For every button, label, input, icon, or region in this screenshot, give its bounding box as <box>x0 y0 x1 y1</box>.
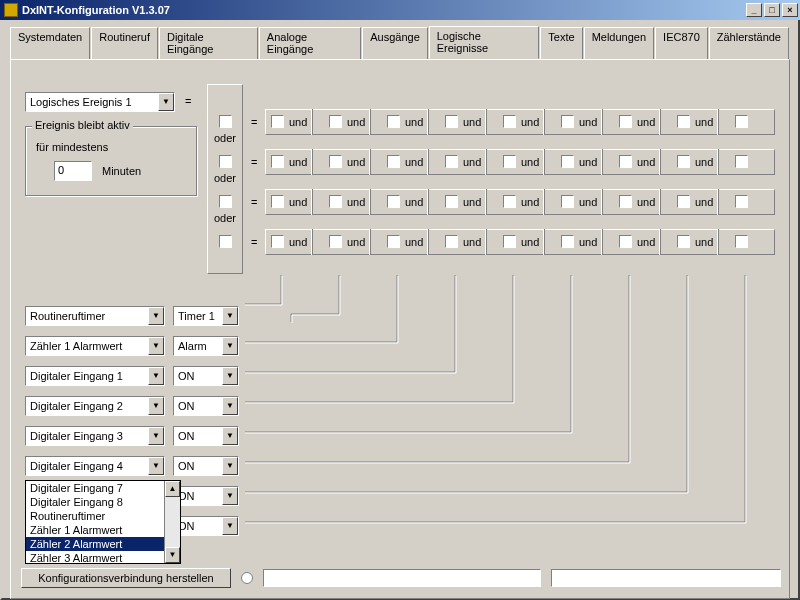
source-value-select[interactable]: ON▼ <box>173 396 239 416</box>
und-checkbox[interactable] <box>677 235 690 248</box>
scroll-down-icon[interactable]: ▼ <box>165 547 180 563</box>
tab-texte[interactable]: Texte <box>540 27 582 60</box>
und-label: und <box>637 236 655 248</box>
chevron-down-icon: ▼ <box>222 427 238 445</box>
close-button[interactable]: × <box>782 3 798 17</box>
source-type-select[interactable]: Digitaler Eingang 2▼ <box>25 396 165 416</box>
source-type-text: Zähler 1 Alarmwert <box>26 340 148 352</box>
und-checkbox[interactable] <box>503 195 516 208</box>
source-value-select[interactable]: Alarm▼ <box>173 336 239 356</box>
list-item-selected[interactable]: Zähler 2 Alarmwert <box>26 537 164 551</box>
und-checkbox[interactable] <box>329 195 342 208</box>
und-checkbox[interactable] <box>387 155 400 168</box>
und-label: und <box>695 116 713 128</box>
und-checkbox[interactable] <box>271 235 284 248</box>
persist-legend: Ereignis bleibt aktiv <box>32 119 133 131</box>
und-checkbox[interactable] <box>387 115 400 128</box>
source-value-text: ON <box>174 370 222 382</box>
source-value-select[interactable]: ON▼ <box>173 426 239 446</box>
connect-button[interactable]: Konfigurationsverbindung herstellen <box>21 568 231 588</box>
und-checkbox[interactable] <box>387 195 400 208</box>
persist-group: Ereignis bleibt aktiv für mindestens 0 M… <box>25 126 197 196</box>
equals-label: = <box>251 236 257 248</box>
oder-checkbox[interactable] <box>219 195 232 208</box>
und-checkbox[interactable] <box>329 155 342 168</box>
oder-checkbox[interactable] <box>219 115 232 128</box>
tab-analoge-eingaenge[interactable]: Analoge Eingänge <box>259 27 361 60</box>
scroll-track[interactable] <box>165 497 180 547</box>
oder-label: oder <box>211 132 239 144</box>
und-checkbox[interactable] <box>561 235 574 248</box>
oder-checkbox[interactable] <box>219 235 232 248</box>
und-checkbox[interactable] <box>735 155 748 168</box>
und-checkbox[interactable] <box>561 115 574 128</box>
list-item[interactable]: Zähler 3 Alarmwert <box>26 551 164 565</box>
scrollbar[interactable]: ▲ ▼ <box>164 481 180 563</box>
source-type-select[interactable]: Zähler 1 Alarmwert▼ <box>25 336 165 356</box>
und-checkbox[interactable] <box>271 115 284 128</box>
tab-routineruf[interactable]: Routineruf <box>91 27 158 60</box>
source-value-select[interactable]: ON▼ <box>173 486 239 506</box>
tab-ausgaenge[interactable]: Ausgänge <box>362 27 428 60</box>
window-title: DxINT-Konfiguration V1.3.07 <box>22 4 170 16</box>
minimize-button[interactable]: _ <box>746 3 762 17</box>
tab-zaehlerstaende[interactable]: Zählerstände <box>709 27 789 60</box>
und-checkbox[interactable] <box>329 115 342 128</box>
und-label: und <box>463 156 481 168</box>
und-checkbox[interactable] <box>561 195 574 208</box>
tab-systemdaten[interactable]: Systemdaten <box>10 27 90 60</box>
und-checkbox[interactable] <box>503 115 516 128</box>
und-label: und <box>521 236 539 248</box>
scroll-up-icon[interactable]: ▲ <box>165 481 180 497</box>
oder-checkbox[interactable] <box>219 155 232 168</box>
source-dropdown-list[interactable]: Digitaler Eingang 7 Digitaler Eingang 8 … <box>25 480 181 564</box>
tab-bar: Systemdaten Routineruf Digitale Eingänge… <box>2 20 798 59</box>
tab-meldungen[interactable]: Meldungen <box>584 27 654 60</box>
und-checkbox[interactable] <box>619 235 632 248</box>
und-checkbox[interactable] <box>619 155 632 168</box>
und-checkbox[interactable] <box>445 195 458 208</box>
und-label: und <box>463 116 481 128</box>
und-checkbox[interactable] <box>677 115 690 128</box>
und-checkbox[interactable] <box>619 195 632 208</box>
status-radio[interactable] <box>241 572 253 584</box>
und-checkbox[interactable] <box>677 155 690 168</box>
event-select-text: Logisches Ereignis 1 <box>26 96 158 108</box>
tab-digitale-eingaenge[interactable]: Digitale Eingänge <box>159 27 258 60</box>
und-checkbox[interactable] <box>735 115 748 128</box>
source-type-select[interactable]: Digitaler Eingang 4▼ <box>25 456 165 476</box>
source-type-select[interactable]: Digitaler Eingang 3▼ <box>25 426 165 446</box>
und-checkbox[interactable] <box>445 115 458 128</box>
und-checkbox[interactable] <box>619 115 632 128</box>
und-checkbox[interactable] <box>503 155 516 168</box>
list-item[interactable]: Routineruftimer <box>26 509 164 523</box>
persist-value-input[interactable]: 0 <box>54 161 92 181</box>
list-item[interactable]: Digitaler Eingang 8 <box>26 495 164 509</box>
source-type-text: Digitaler Eingang 4 <box>26 460 148 472</box>
maximize-button[interactable]: □ <box>764 3 780 17</box>
und-checkbox[interactable] <box>271 195 284 208</box>
und-checkbox[interactable] <box>735 235 748 248</box>
und-checkbox[interactable] <box>503 235 516 248</box>
event-select[interactable]: Logisches Ereignis 1 ▼ <box>25 92 175 112</box>
und-label: und <box>463 196 481 208</box>
source-value-select[interactable]: ON▼ <box>173 456 239 476</box>
source-value-select[interactable]: Timer 1▼ <box>173 306 239 326</box>
list-item[interactable]: Zähler 1 Alarmwert <box>26 523 164 537</box>
und-checkbox[interactable] <box>445 235 458 248</box>
source-value-select[interactable]: ON▼ <box>173 366 239 386</box>
source-type-select[interactable]: Routineruftimer▼ <box>25 306 165 326</box>
source-value-select[interactable]: ON▼ <box>173 516 239 536</box>
und-checkbox[interactable] <box>561 155 574 168</box>
und-checkbox[interactable] <box>271 155 284 168</box>
und-checkbox[interactable] <box>735 195 748 208</box>
source-type-select[interactable]: Digitaler Eingang 1▼ <box>25 366 165 386</box>
und-checkbox[interactable] <box>329 235 342 248</box>
list-item[interactable]: Digitaler Eingang 7 <box>26 481 164 495</box>
und-label: und <box>347 116 365 128</box>
und-checkbox[interactable] <box>445 155 458 168</box>
und-checkbox[interactable] <box>387 235 400 248</box>
und-checkbox[interactable] <box>677 195 690 208</box>
tab-iec870[interactable]: IEC870 <box>655 27 708 60</box>
tab-logische-ereignisse[interactable]: Logische Ereignisse <box>429 26 540 59</box>
